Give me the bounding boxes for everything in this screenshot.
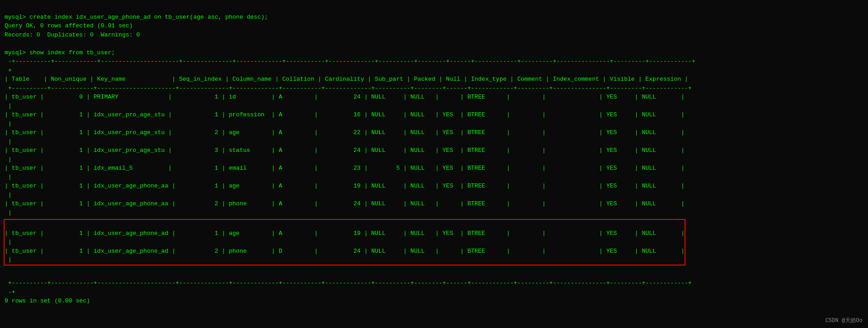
ok-line-1: Query OK, 0 rows affected (0.01 sec) [5, 22, 133, 29]
sep-6: | [5, 192, 12, 198]
row-5: | tb_user | 1 | idx_email_5 | 1 | email … [5, 165, 685, 172]
sep-h1: | [5, 239, 12, 245]
highlighted-rows-box: | tb_user | 1 | idx_user_age_phone_ad | … [4, 219, 685, 266]
sep-plus: -+ [5, 289, 15, 296]
row-4: | tb_user | 1 | idx_user_pro_age_stu | 3… [5, 147, 685, 154]
sep-header: +----------+------------+---------------… [5, 85, 692, 92]
row-6: | tb_user | 1 | idx_user_age_phone_aa | … [5, 182, 685, 189]
watermark: CSDN @天皓Oo [825, 317, 863, 324]
header-plus: + [5, 67, 12, 74]
cmd-line-1: mysql> create index idx_user_age_phone_a… [5, 14, 268, 21]
sep-h2: | [5, 256, 12, 263]
row-1: | tb_user | 0 | PRIMARY | 1 | id | A | 2… [5, 94, 685, 100]
row-2: | tb_user | 1 | idx_user_pro_age_stu | 1… [5, 111, 685, 118]
sep-4: | [5, 156, 12, 163]
terminal-window: mysql> create index idx_user_age_phone_a… [0, 0, 868, 221]
sep-1: | [5, 103, 12, 109]
sep-top: -+----------+------------+--------------… [5, 58, 695, 65]
sep-7: | [5, 209, 12, 216]
sep-3: | [5, 138, 12, 145]
cmd-line-2: mysql> show index from tb_user; [5, 49, 115, 56]
footer-text: 9 rows in set (0.00 sec) [5, 297, 90, 304]
highlighted-row-1: | tb_user | 1 | idx_user_age_phone_ad | … [5, 230, 685, 237]
row-3: | tb_user | 1 | idx_user_pro_age_stu | 2… [5, 129, 685, 136]
sep-bottom: +----------+------------+---------------… [5, 280, 692, 286]
rec-line-1: Records: 0 Duplicates: 0 Warnings: 0 [5, 31, 140, 38]
sep-2: | [5, 120, 12, 127]
terminal-footer: +----------+------------+---------------… [0, 266, 868, 309]
highlighted-row-2: | tb_user | 1 | idx_user_age_phone_ad | … [5, 248, 685, 255]
sep-5: | [5, 174, 12, 181]
table-header: | Table | Non_unique | Key_name | Seq_in… [5, 76, 688, 83]
row-7: | tb_user | 1 | idx_user_age_phone_aa | … [5, 200, 685, 207]
